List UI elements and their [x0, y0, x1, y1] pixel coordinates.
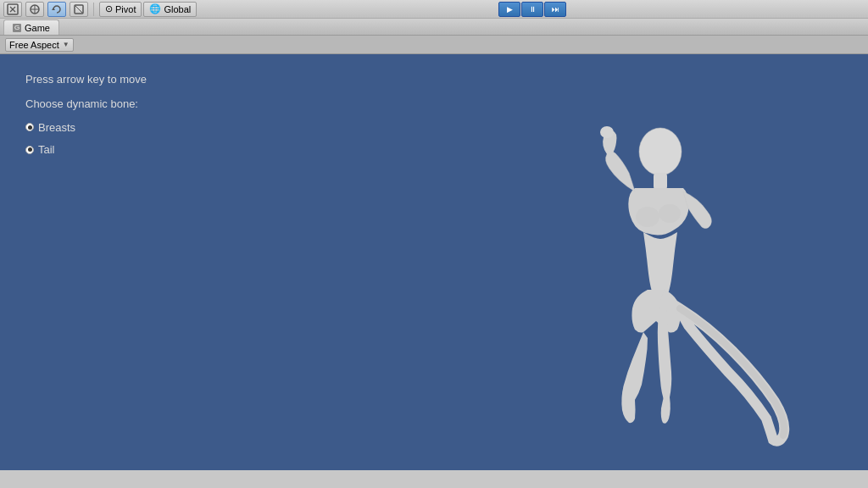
move-tool-button[interactable] — [25, 2, 44, 17]
global-button[interactable]: 🌐 Global — [143, 2, 197, 17]
aspect-dropdown[interactable]: Free Aspect ▼ — [5, 38, 74, 52]
ui-overlay: Press arrow key to move Choose dynamic b… — [25, 69, 147, 163]
svg-point-12 — [636, 207, 659, 227]
character-svg — [478, 80, 800, 461]
step-button[interactable]: ⏭ — [544, 2, 566, 17]
global-label: Global — [164, 4, 191, 14]
svg-rect-10 — [654, 173, 667, 190]
hand-tool-button[interactable] — [3, 2, 22, 17]
svg-line-8 — [75, 5, 83, 14]
breasts-option[interactable]: Breasts — [25, 118, 147, 137]
svg-marker-6 — [52, 8, 55, 10]
pivot-label: Pivot — [115, 4, 136, 14]
breasts-radio[interactable] — [25, 123, 34, 131]
svg-point-11 — [600, 126, 614, 138]
toolbar-separator-1 — [93, 3, 94, 16]
dropdown-arrow-icon: ▼ — [63, 41, 70, 48]
svg-point-13 — [659, 204, 681, 223]
instruction-text: Press arrow key to move — [25, 69, 147, 89]
playback-controls: ▶ ⏸ ⏭ — [498, 2, 566, 17]
game-viewport: Press arrow key to move Choose dynamic b… — [0, 54, 868, 470]
tail-option[interactable]: Tail — [25, 140, 147, 159]
game-tab[interactable]: G Game — [3, 19, 59, 35]
aspect-bar: Free Aspect ▼ — [0, 36, 868, 54]
global-icon: 🌐 — [149, 3, 161, 14]
tail-radio[interactable] — [25, 146, 34, 154]
pause-button[interactable]: ⏸ — [521, 2, 543, 17]
rotate-tool-button[interactable] — [47, 2, 66, 17]
svg-point-9 — [639, 128, 682, 175]
scale-tool-button[interactable] — [70, 2, 88, 17]
step-icon: ⏭ — [552, 5, 559, 14]
character-container — [478, 80, 800, 461]
tab-bar: G Game — [0, 19, 868, 36]
tail-label: Tail — [38, 140, 55, 159]
game-tab-icon: G — [13, 24, 21, 32]
pause-icon: ⏸ — [529, 5, 537, 14]
pivot-icon: ⊙ — [105, 3, 113, 14]
pivot-global-group: ⊙ Pivot 🌐 Global — [99, 2, 197, 17]
game-tab-label: Game — [25, 23, 50, 33]
aspect-label: Free Aspect — [9, 40, 59, 50]
breasts-label: Breasts — [38, 118, 75, 137]
main-toolbar: ⊙ Pivot 🌐 Global ▶ ⏸ ⏭ — [0, 0, 868, 19]
choose-bone-label: Choose dynamic bone: — [25, 94, 147, 114]
play-button[interactable]: ▶ — [498, 2, 520, 17]
pivot-button[interactable]: ⊙ Pivot — [99, 2, 142, 17]
